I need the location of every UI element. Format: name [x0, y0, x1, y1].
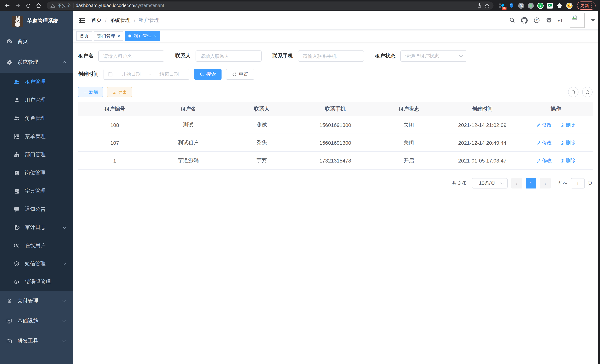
tab-home[interactable]: 首页	[76, 31, 92, 41]
top-navbar: 首页 / 系统管理 / 租户管理 ?	[73, 11, 600, 30]
extension-puzzle-icon[interactable]	[556, 2, 563, 9]
sidebar-item-label: 基础设施	[18, 318, 38, 324]
sidebar-item-pay[interactable]: 支付管理	[0, 291, 73, 311]
post-icon	[14, 170, 20, 176]
sidebar-item-menu[interactable]: 菜单管理	[0, 127, 73, 145]
bookmark-star-icon[interactable]	[484, 3, 490, 8]
goto-page-input[interactable]	[571, 178, 585, 188]
extension-command-icon[interactable]: ⌘	[518, 2, 524, 9]
browser-forward-icon[interactable]	[13, 1, 22, 10]
avatar[interactable]	[570, 13, 585, 28]
page-number-1[interactable]: 1	[526, 178, 536, 188]
active-tab-dot	[129, 35, 131, 37]
sidebar-item-label: 岗位管理	[25, 169, 46, 176]
date-end-placeholder[interactable]: 结束日期	[153, 71, 185, 78]
help-icon[interactable]: ?	[533, 17, 540, 24]
delete-link[interactable]: 删除	[560, 157, 575, 164]
mobile-input[interactable]	[298, 50, 364, 62]
page-url[interactable]: dashboard.yudao.iocoder.cn/system/tenant	[76, 3, 164, 8]
font-size-icon[interactable]: тT	[558, 17, 564, 24]
edit-link[interactable]: 修改	[536, 157, 552, 164]
tab-tenant[interactable]: 租户管理×	[125, 31, 160, 41]
fullscreen-icon[interactable]	[545, 17, 552, 24]
sidebar-item-user[interactable]: 用户管理	[0, 91, 73, 109]
sidebar-item-sms[interactable]: 短信管理	[0, 254, 73, 273]
breadcrumb-system[interactable]: 系统管理	[110, 17, 131, 24]
table-row: 1 芋道源码 芋艿 17321315478 开启 2021-01-05 17:0…	[78, 152, 593, 169]
user-icon	[14, 97, 20, 103]
dashboard-icon	[6, 38, 12, 45]
extension-pin-icon[interactable]	[508, 2, 515, 9]
sidebar-item-audit-log[interactable]: 审计日志	[0, 218, 73, 236]
not-secure-label[interactable]: 不安全	[57, 2, 71, 9]
prev-page-button[interactable]: ‹	[511, 178, 522, 188]
org-tree-icon	[14, 152, 20, 158]
sidebar-item-error-code[interactable]: 错误码管理	[0, 273, 73, 291]
sidebar-item-dict[interactable]: 字典管理	[0, 182, 73, 200]
sidebar-item-infra[interactable]: 基础设施	[0, 311, 73, 331]
peoples-icon	[14, 79, 20, 85]
table-toolbar: 新增 导出	[78, 87, 593, 97]
extension-emoji-icon[interactable]	[566, 2, 572, 9]
sidebar-collapse-icon[interactable]	[79, 17, 85, 23]
avatar-dropdown-caret-icon[interactable]	[591, 19, 595, 21]
col-contact: 联系人	[225, 102, 299, 116]
reset-button[interactable]: 重置	[226, 69, 254, 80]
extension-chat-icon[interactable]	[547, 2, 553, 9]
share-icon[interactable]	[477, 3, 482, 8]
sidebar-item-dev-tools[interactable]: 研发工具	[0, 331, 73, 351]
tab-close-icon[interactable]: ×	[154, 34, 157, 38]
sidebar-item-tenant[interactable]: 租户管理	[0, 73, 73, 91]
add-button[interactable]: 新增	[78, 87, 103, 97]
show-search-toggle-button[interactable]	[568, 87, 579, 97]
sidebar-item-dept[interactable]: 部门管理	[0, 145, 73, 164]
gear-icon	[6, 59, 12, 65]
status-select[interactable]: 请选择租户状态	[400, 50, 467, 62]
table-header-row: 租户编号 租户名 联系人 联系手机 租户状态 创建时间 操作	[78, 102, 593, 116]
header-search-icon[interactable]	[509, 17, 516, 24]
next-page-button[interactable]: ›	[540, 178, 551, 188]
tab-close-icon[interactable]: ×	[118, 34, 120, 38]
cell-created: 2021-01-05 17:03:47	[445, 152, 519, 169]
cell-status: 开启	[372, 152, 445, 169]
reset-button-label: 重置	[239, 71, 248, 78]
date-start-placeholder[interactable]: 开始日期	[115, 71, 147, 78]
sidebar-item-home[interactable]: 首页	[0, 31, 73, 52]
delete-link[interactable]: 删除	[560, 121, 575, 128]
svg-text:т: т	[558, 19, 560, 23]
screen: 不安全 dashboard.yudao.iocoder.cn/system/te…	[0, 0, 600, 364]
sidebar-item-notice[interactable]: 通知公告	[0, 200, 73, 218]
browser-back-icon[interactable]	[3, 1, 12, 10]
edit-link[interactable]: 修改	[536, 139, 552, 146]
sidebar-item-online-user[interactable]: 在线用户	[0, 236, 73, 254]
extension-y-icon[interactable]: Y	[537, 2, 544, 9]
dict-icon	[14, 188, 20, 194]
tenant-name-input[interactable]	[98, 50, 164, 62]
edit-link[interactable]: 修改	[536, 121, 552, 128]
update-label: 更新	[580, 2, 589, 9]
delete-link[interactable]: 删除	[560, 139, 575, 146]
page-size-select[interactable]: 10条/页	[472, 178, 508, 188]
browser-home-icon[interactable]	[34, 1, 43, 10]
cell-tenant-id: 107	[78, 134, 151, 152]
sidebar-item-role[interactable]: 角色管理	[0, 109, 73, 127]
extension-green-dot-icon[interactable]	[527, 2, 534, 9]
browser-update-button[interactable]: 更新	[577, 1, 596, 10]
browser-menu-icon[interactable]	[591, 3, 592, 8]
search-button[interactable]: 搜索	[194, 69, 222, 80]
breadcrumb-home[interactable]: 首页	[91, 17, 102, 24]
browser-reload-icon[interactable]	[24, 1, 33, 10]
refresh-table-button[interactable]	[582, 87, 593, 97]
sidebar-item-post[interactable]: 岗位管理	[0, 164, 73, 182]
chevron-down-icon	[63, 299, 66, 302]
address-bar[interactable]: 不安全 dashboard.yudao.iocoder.cn/system/te…	[47, 1, 493, 10]
github-icon[interactable]	[521, 17, 528, 24]
export-button[interactable]: 导出	[107, 87, 132, 97]
create-time-range-picker[interactable]: 开始日期 - 结束日期	[103, 69, 189, 80]
tab-dept[interactable]: 部门管理×	[94, 31, 123, 41]
app-logo-row[interactable]: 芋道管理系统	[0, 11, 73, 31]
sidebar-item-system[interactable]: 系统管理	[0, 52, 73, 73]
contact-input[interactable]	[196, 50, 262, 62]
extension-diamond-icon[interactable]: 10	[498, 2, 505, 9]
col-status: 租户状态	[372, 102, 445, 116]
